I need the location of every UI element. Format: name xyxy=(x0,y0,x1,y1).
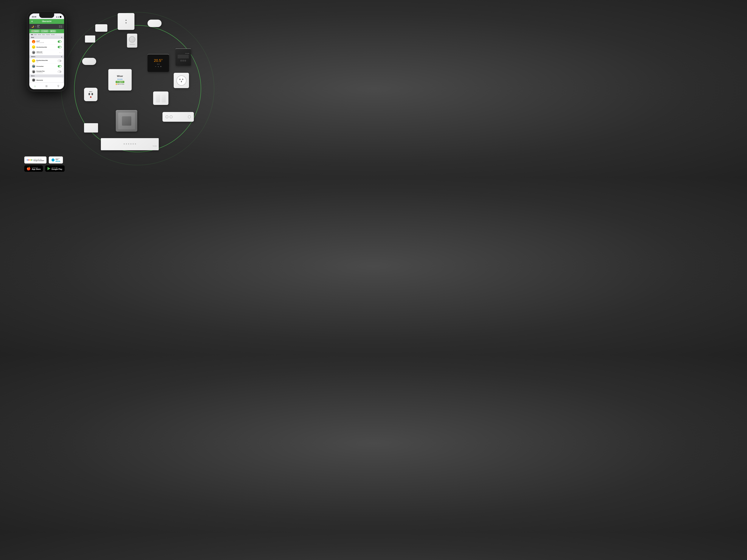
valve-ring xyxy=(129,36,135,43)
home-nav-icon[interactable]: ⌂ xyxy=(34,85,36,87)
jalousie-icon: ▤ xyxy=(32,51,35,54)
toggle-off[interactable] xyxy=(58,60,61,62)
list-item-esstischleuchte[interactable]: 💡 Esstischleuchte Aus xyxy=(30,58,63,63)
room-tab-kuche[interactable]: Küche xyxy=(46,34,50,35)
switch-button-right[interactable] xyxy=(161,94,166,103)
list-item-jalousie[interactable]: ▤ Jalousie Geschlossen ↑ ↓ xyxy=(30,50,63,55)
hub-logo: Wiser xyxy=(117,75,123,77)
window-icon: ▦ xyxy=(32,70,35,73)
settings-icon[interactable]: ⚙ xyxy=(31,20,33,22)
google-assistant-badge[interactable]: works with the Google Assistant xyxy=(24,156,47,163)
alexa-badge-inner: ○ WORKS With alexa xyxy=(52,158,60,162)
wall-switch-top-device: ▲ ▼ xyxy=(118,13,134,30)
switch-button-left[interactable] xyxy=(156,94,160,103)
control-panel-device xyxy=(116,110,137,132)
strip-dot-3 xyxy=(128,143,129,144)
weather-temp: 12° xyxy=(37,25,40,27)
connector-2 xyxy=(182,60,184,61)
tab-sparen[interactable]: 🏠 Sparen xyxy=(31,30,40,32)
thermostat-plus[interactable]: + xyxy=(160,65,161,68)
panel-inner xyxy=(118,112,135,129)
room-tab-alle[interactable]: Alle xyxy=(31,34,33,35)
phone-time: 22:44 xyxy=(32,16,36,18)
list-item-deckenleuchte[interactable]: 💡 Deckenleuchte xyxy=(30,45,63,50)
appstore-badge[interactable]: 🍎 Laden im App Store xyxy=(24,165,43,172)
thermostat-minus[interactable]: − xyxy=(155,65,156,68)
long-strip-device: Schneider xyxy=(101,138,159,150)
room-tab-buro[interactable]: Büro xyxy=(42,34,45,35)
googleplay-badge[interactable]: JETZT BEI Google Play xyxy=(45,165,65,172)
room-tab-wohn[interactable]: Wohn xyxy=(38,34,41,35)
section-wohn: Wohn ∧ xyxy=(29,55,64,58)
strip-dot-1 xyxy=(124,143,125,144)
room-tab-more[interactable]: ... xyxy=(56,34,57,35)
wifi-badge: 📶 WiFi 2,4 GHz xyxy=(116,84,124,85)
toggle-off-2[interactable] xyxy=(58,71,61,73)
list-item-fernseher[interactable]: 📺 Fernseher xyxy=(30,64,63,69)
ctrl-circle-1[interactable] xyxy=(165,115,169,118)
phone-screen: 22:44 ▲▲ ⬤ ⚙ Übersicht 🌙 ☆ 12° Köln xyxy=(29,14,64,89)
strip-brand: Schneider xyxy=(103,145,157,146)
socket-hole-right xyxy=(182,79,183,80)
room-tab-kinder[interactable]: Kinder xyxy=(51,34,55,35)
phone-header-title: Übersicht xyxy=(42,20,52,22)
thermostat-temp-display: 20.5° xyxy=(154,58,163,63)
room-tab-bad[interactable]: Bad xyxy=(34,34,36,35)
list-item-momente[interactable]: ⬛ Momente xyxy=(30,77,63,83)
phone-action-tabs: 🏠 Sparen 🍴 Essen 📽 Film xyxy=(29,29,64,33)
alexa-logo: ○ xyxy=(52,158,54,161)
strip-dot-4 xyxy=(130,143,131,144)
tab-essen[interactable]: 🍴 Essen xyxy=(41,30,49,32)
toggle-on[interactable] xyxy=(58,41,61,43)
switch-arrows-icon: ▲ ▼ xyxy=(125,19,127,24)
badges-container: works with the Google Assistant ○ WORKS … xyxy=(24,156,65,172)
apple-icon: 🍎 xyxy=(27,166,31,170)
toggle-on-3[interactable] xyxy=(58,65,61,68)
thermostat-circle: ○ xyxy=(158,65,159,68)
grid-nav-icon[interactable]: ⊞ xyxy=(45,85,48,87)
googleplay-text: JETZT BEI Google Play xyxy=(52,167,62,170)
alexa-badge[interactable]: ○ WORKS With alexa xyxy=(49,156,63,163)
google-dots xyxy=(27,159,32,161)
phone-status-icons: ▲▲ ⬤ xyxy=(56,16,61,18)
phone-mockup: 22:44 ▲▲ ⬤ ⚙ Übersicht 🌙 ☆ 12° Köln xyxy=(24,11,69,91)
search-nav-icon[interactable]: ⚲ xyxy=(57,85,59,87)
tab-film[interactable]: 📽 Film xyxy=(50,30,56,32)
strip-lines xyxy=(129,142,131,142)
hub-box-device xyxy=(84,123,98,133)
panel-button[interactable] xyxy=(122,116,131,126)
dm-line-2 xyxy=(178,56,189,56)
thermostat-controls: − ○ + xyxy=(155,65,161,68)
temperature-icon: 🔥 xyxy=(32,40,35,43)
socket-hole-bottom xyxy=(181,81,182,82)
plug-hole-left xyxy=(88,93,90,95)
weather-date: 06.01 xyxy=(59,25,62,27)
strip-dot-2 xyxy=(126,143,127,144)
ctrl-circle-3[interactable] xyxy=(188,115,191,118)
phone-device: 22:44 ▲▲ ⬤ ⚙ Übersicht 🌙 ☆ 12° Köln xyxy=(27,11,66,91)
ga-dot-yellow xyxy=(30,159,31,161)
plug-hole-right xyxy=(92,93,93,95)
dm-line-5 xyxy=(178,58,189,58)
toggle-on-2[interactable] xyxy=(58,46,61,48)
list-item-temperature[interactable]: 🔥 21,5° 23,5° bis 23:40 xyxy=(30,39,63,44)
list-item-fenster[interactable]: ▦ Fenster/Tür Geschlossen xyxy=(30,69,63,74)
motion-sensor-device xyxy=(82,58,96,65)
plug-indicator xyxy=(90,96,92,98)
strip-dots xyxy=(124,143,136,144)
ga-dot-red xyxy=(28,159,29,161)
ctrl-circle-2[interactable] xyxy=(170,115,173,118)
strip-dot-5 xyxy=(133,143,134,144)
connector-1 xyxy=(180,60,182,61)
phone-weather-bar: 🌙 ☆ 12° Köln 06.01 20:58 xyxy=(29,24,64,29)
dark-module-brand: Schneider xyxy=(177,53,189,54)
long-controller-device xyxy=(162,112,194,122)
google-play-icon xyxy=(47,167,50,170)
smart-plug-label: Wiser xyxy=(89,91,92,92)
light2-icon: 💡 xyxy=(32,59,35,62)
connector-3 xyxy=(184,60,186,61)
dark-module-connectors xyxy=(180,60,186,61)
zigbee-badge: ⬡ zigbee xyxy=(115,81,124,83)
main-hub-device: Wiser Schneider ⬡ zigbee 📶 WiFi 2,4 GHz xyxy=(108,69,132,90)
compatibility-badges: works with the Google Assistant ○ WORKS … xyxy=(24,156,65,163)
